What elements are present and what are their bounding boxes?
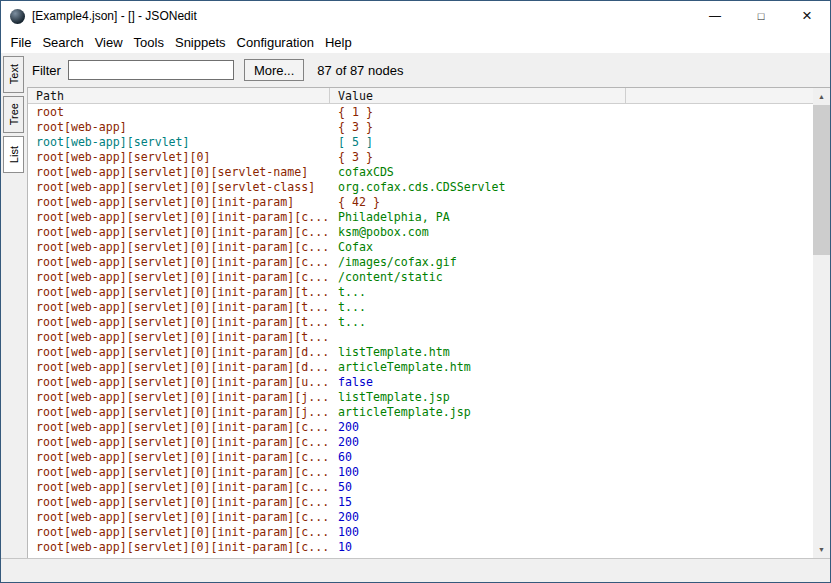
table-row[interactable]: root[web-app][servlet] [ 5 ] xyxy=(28,134,813,149)
close-button[interactable]: × xyxy=(784,1,830,31)
table-row[interactable]: root[web-app][servlet][0][init-param][c.… xyxy=(28,224,813,239)
row-path: root[web-app][servlet][0][init-param][c.… xyxy=(28,255,330,269)
main-panel: Filter More... 87 of 87 nodes Path Value… xyxy=(27,53,830,558)
row-path: root[web-app][servlet][0][init-param][c.… xyxy=(28,240,330,254)
row-path: root[web-app][servlet][0][init-param] xyxy=(28,195,330,209)
row-path: root[web-app][servlet][0][init-param][c.… xyxy=(28,270,330,284)
path-value-list: Path Value root { 1 } root[web-app] { 3 … xyxy=(27,87,830,558)
row-value: t... xyxy=(330,285,626,299)
row-value: 10 xyxy=(330,540,626,554)
row-value: listTemplate.jsp xyxy=(330,390,626,404)
menu-item-snippets[interactable]: Snippets xyxy=(169,31,231,53)
table-row[interactable]: root[web-app][servlet][0][init-param][d.… xyxy=(28,344,813,359)
table-row[interactable]: root[web-app][servlet][0][init-param][c.… xyxy=(28,209,813,224)
row-value: articleTemplate.htm xyxy=(330,360,626,374)
tab-text[interactable]: Text xyxy=(3,56,24,93)
row-path: root[web-app][servlet][0][init-param][c.… xyxy=(28,210,330,224)
row-value: ksm@pobox.com xyxy=(330,225,626,239)
menu-item-tools[interactable]: Tools xyxy=(128,31,169,53)
row-path: root[web-app][servlet][0][init-param][t.… xyxy=(28,315,330,329)
column-header-value[interactable]: Value xyxy=(330,88,626,103)
table-row[interactable]: root[web-app][servlet][0][init-param][c.… xyxy=(28,509,813,524)
table-row[interactable]: root[web-app][servlet][0][init-param][c.… xyxy=(28,419,813,434)
menu-item-view[interactable]: View xyxy=(89,31,128,53)
row-value: Philadelphia, PA xyxy=(330,210,626,224)
table-row[interactable]: root[web-app][servlet][0][init-param][c.… xyxy=(28,524,813,539)
row-path: root[web-app][servlet] xyxy=(28,135,330,149)
row-value: 60 xyxy=(330,450,626,464)
row-path: root[web-app][servlet][0][init-param][c.… xyxy=(28,450,330,464)
row-value: { 1 } xyxy=(330,105,626,119)
list-header: Path Value xyxy=(28,88,830,104)
table-row[interactable]: root[web-app][servlet][0][init-param][d.… xyxy=(28,359,813,374)
filter-bar: Filter More... 87 of 87 nodes xyxy=(27,53,830,87)
table-row[interactable]: root[web-app][servlet][0] { 3 } xyxy=(28,149,813,164)
table-row[interactable]: root[web-app][servlet][0][init-param][c.… xyxy=(28,479,813,494)
tab-label: Text xyxy=(8,64,20,84)
tab-tree[interactable]: Tree xyxy=(3,96,24,133)
table-row[interactable]: root[web-app][servlet][0][init-param][c.… xyxy=(28,434,813,449)
row-path: root[web-app][servlet][0][init-param][c.… xyxy=(28,435,330,449)
row-value: t... xyxy=(330,315,626,329)
row-value: org.cofax.cds.CDSServlet xyxy=(330,180,626,194)
scrollbar-thumb[interactable] xyxy=(813,105,830,255)
table-row[interactable]: root[web-app][servlet][0][init-param][c.… xyxy=(28,449,813,464)
row-value: 200 xyxy=(330,435,626,449)
maximize-button[interactable]: □ xyxy=(738,1,784,31)
row-path: root[web-app][servlet][0][init-param][c.… xyxy=(28,525,330,539)
row-path: root[web-app][servlet][0][init-param][j.… xyxy=(28,405,330,419)
row-value: 200 xyxy=(330,420,626,434)
filter-input[interactable] xyxy=(68,60,234,80)
row-path: root[web-app][servlet][0][init-param][j.… xyxy=(28,390,330,404)
table-row[interactable]: root[web-app][servlet][0][init-param] { … xyxy=(28,194,813,209)
app-icon xyxy=(10,9,25,24)
row-value: { 42 } xyxy=(330,195,626,209)
row-value: cofaxCDS xyxy=(330,165,626,179)
title-bar: [Example4.json] - [] - JSONedit — □ × xyxy=(1,1,830,31)
table-row[interactable]: root[web-app][servlet][0][init-param][c.… xyxy=(28,464,813,479)
row-value: 50 xyxy=(330,480,626,494)
minimize-button[interactable]: — xyxy=(692,1,738,37)
table-row[interactable]: root[web-app][servlet][0][servlet-class]… xyxy=(28,179,813,194)
table-row[interactable]: root[web-app][servlet][0][init-param][c.… xyxy=(28,254,813,269)
row-path: root[web-app][servlet][0][init-param][c.… xyxy=(28,225,330,239)
table-row[interactable]: root[web-app][servlet][0][init-param][c.… xyxy=(28,239,813,254)
row-path: root[web-app][servlet][0][init-param][d.… xyxy=(28,360,330,374)
table-row[interactable]: root[web-app][servlet][0][init-param][c.… xyxy=(28,269,813,284)
table-row[interactable]: root[web-app][servlet][0][init-param][j.… xyxy=(28,404,813,419)
status-bar xyxy=(1,563,830,582)
table-row[interactable]: root[web-app][servlet][0][servlet-name] … xyxy=(28,164,813,179)
table-row[interactable]: root[web-app] { 3 } xyxy=(28,119,813,134)
table-row[interactable]: root { 1 } xyxy=(28,104,813,119)
table-row[interactable]: root[web-app][servlet][0][init-param][c.… xyxy=(28,494,813,509)
scroll-up-icon[interactable]: ▲ xyxy=(813,88,830,105)
vertical-scrollbar[interactable]: ▲ ▼ xyxy=(813,88,830,558)
column-header-path[interactable]: Path xyxy=(28,88,330,103)
row-path: root xyxy=(28,105,330,119)
row-path: root[web-app][servlet][0][init-param][u.… xyxy=(28,375,330,389)
table-row[interactable]: root[web-app][servlet][0][init-param][c.… xyxy=(28,539,813,554)
menu-item-help[interactable]: Help xyxy=(319,31,357,53)
row-value: /content/static xyxy=(330,270,626,284)
window-title: [Example4.json] - [] - JSONedit xyxy=(32,9,197,23)
table-row[interactable]: root[web-app][servlet][0][init-param][t.… xyxy=(28,284,813,299)
row-path: root[web-app][servlet][0][init-param][t.… xyxy=(28,285,330,299)
table-row[interactable]: root[web-app][servlet][0][init-param][t.… xyxy=(28,299,813,314)
client-area: TextTreeList Filter More... 87 of 87 nod… xyxy=(1,53,830,558)
menu-item-search[interactable]: Search xyxy=(37,31,89,53)
more-button[interactable]: More... xyxy=(244,59,304,81)
row-value: { 3 } xyxy=(330,150,626,164)
table-row[interactable]: root[web-app][servlet][0][init-param][j.… xyxy=(28,389,813,404)
app-window: [Example4.json] - [] - JSONedit — □ × Fi… xyxy=(0,0,831,583)
table-row[interactable]: root[web-app][servlet][0][init-param][t.… xyxy=(28,314,813,329)
filter-label: Filter xyxy=(32,63,61,78)
row-path: root[web-app][servlet][0][init-param][d.… xyxy=(28,345,330,359)
menu-item-configuration[interactable]: Configuration xyxy=(231,31,319,53)
table-row[interactable]: root[web-app][servlet][0][init-param][t.… xyxy=(28,329,813,344)
row-path: root[web-app][servlet][0][servlet-class] xyxy=(28,180,330,194)
row-path: root[web-app][servlet][0][init-param][c.… xyxy=(28,510,330,524)
menu-item-file[interactable]: File xyxy=(5,31,37,53)
tab-list[interactable]: List xyxy=(3,136,24,173)
table-row[interactable]: root[web-app][servlet][0][init-param][u.… xyxy=(28,374,813,389)
scroll-down-icon[interactable]: ▼ xyxy=(813,541,830,558)
